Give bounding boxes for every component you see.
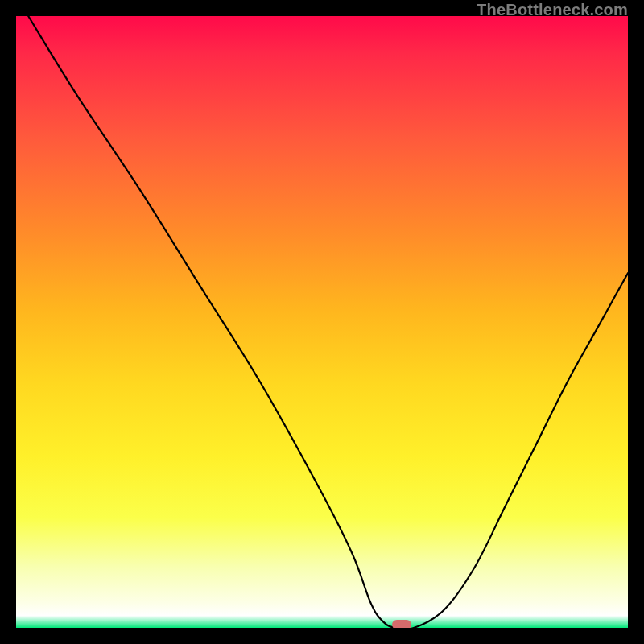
chart-frame: TheBottleneck.com (0, 0, 644, 644)
plot-area (16, 16, 628, 628)
optimum-marker (392, 620, 411, 628)
bottleneck-curve (16, 16, 628, 628)
